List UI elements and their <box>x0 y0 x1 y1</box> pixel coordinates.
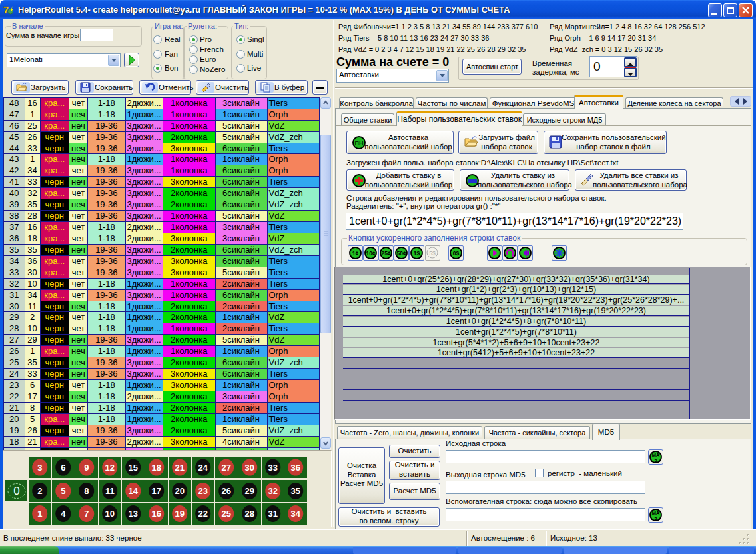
svg-text:5$: 5$ <box>429 250 436 257</box>
svg-text:21: 21 <box>175 463 185 473</box>
svg-text:16: 16 <box>152 509 161 519</box>
svg-text:7: 7 <box>84 509 89 519</box>
svg-text:10¢: 10¢ <box>366 250 375 257</box>
svg-text:2: 2 <box>37 486 42 496</box>
svg-text:19: 19 <box>175 509 185 519</box>
svg-text:17: 17 <box>152 486 161 496</box>
svg-text:12: 12 <box>105 463 115 473</box>
svg-text:5: 5 <box>61 486 65 496</box>
svg-text:0$: 0$ <box>453 250 460 257</box>
svg-text:1¢: 1¢ <box>352 250 359 257</box>
svg-text:8: 8 <box>84 486 89 496</box>
svg-text:33: 33 <box>268 463 278 473</box>
svg-text:25¢: 25¢ <box>381 250 390 257</box>
svg-text:15: 15 <box>129 463 138 473</box>
svg-text:5: 5 <box>654 515 657 521</box>
svg-text:9: 9 <box>84 463 89 473</box>
svg-text:11: 11 <box>105 486 115 496</box>
svg-text:1: 1 <box>37 509 42 519</box>
svg-text:26: 26 <box>222 486 231 496</box>
svg-text:22: 22 <box>198 509 208 519</box>
svg-text:23: 23 <box>198 486 208 496</box>
svg-text:6: 6 <box>61 463 65 473</box>
svg-text:29: 29 <box>245 486 254 496</box>
svg-text:18: 18 <box>152 463 161 473</box>
svg-text:0: 0 <box>13 485 19 497</box>
svg-text:4: 4 <box>61 509 66 519</box>
svg-text:34: 34 <box>291 509 301 519</box>
svg-text:31: 31 <box>268 509 278 519</box>
svg-text:20: 20 <box>175 486 185 496</box>
svg-text:3: 3 <box>37 463 42 473</box>
svg-text:35: 35 <box>291 486 300 496</box>
svg-text:13: 13 <box>129 509 138 519</box>
svg-text:50¢: 50¢ <box>396 250 406 257</box>
svg-text:24: 24 <box>198 463 208 473</box>
svg-text:14: 14 <box>129 486 139 496</box>
svg-text:28: 28 <box>245 509 254 519</box>
svg-text:1$: 1$ <box>414 250 420 257</box>
svg-text:25: 25 <box>222 509 231 519</box>
svg-text:10: 10 <box>105 509 115 519</box>
svg-text:32: 32 <box>268 486 278 496</box>
svg-text:30: 30 <box>245 463 254 473</box>
svg-text:5: 5 <box>654 457 657 463</box>
svg-text:36: 36 <box>291 463 300 473</box>
svg-text:27: 27 <box>222 463 231 473</box>
svg-text:ПН: ПН <box>355 140 364 147</box>
